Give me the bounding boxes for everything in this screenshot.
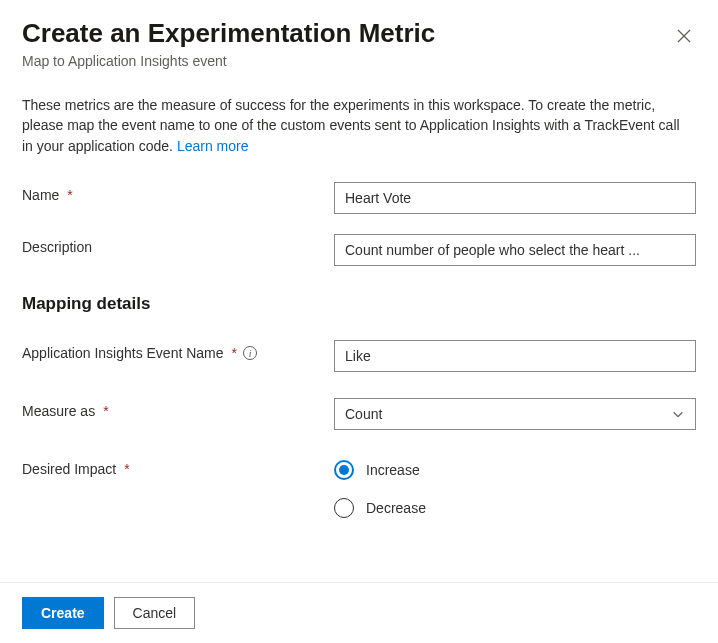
radio-decrease-label: Decrease — [366, 500, 426, 516]
desired-impact-label: Desired Impact* — [22, 456, 322, 477]
name-input[interactable] — [334, 182, 696, 214]
close-button[interactable] — [672, 24, 696, 48]
measure-as-select[interactable]: Count — [334, 398, 696, 430]
measure-as-label: Measure as* — [22, 398, 322, 419]
info-icon[interactable]: i — [243, 346, 257, 360]
radio-increase[interactable]: Increase — [334, 460, 696, 480]
chevron-down-icon — [671, 407, 685, 421]
help-text-body: These metrics are the measure of success… — [22, 97, 680, 154]
name-label: Name* — [22, 182, 322, 203]
page-title: Create an Experimentation Metric — [22, 18, 435, 49]
event-name-label: Application Insights Event Name* i — [22, 340, 322, 361]
event-name-input[interactable] — [334, 340, 696, 372]
description-label: Description — [22, 234, 322, 255]
mapping-details-heading: Mapping details — [22, 294, 696, 314]
footer-bar: Create Cancel — [0, 582, 718, 643]
close-icon — [676, 28, 692, 44]
radio-increase-label: Increase — [366, 462, 420, 478]
learn-more-link[interactable]: Learn more — [177, 138, 249, 154]
measure-as-value: Count — [345, 406, 382, 422]
radio-decrease[interactable]: Decrease — [334, 498, 696, 518]
help-text: These metrics are the measure of success… — [22, 95, 692, 156]
cancel-button[interactable]: Cancel — [114, 597, 196, 629]
page-subtitle: Map to Application Insights event — [22, 53, 696, 69]
radio-circle-icon — [334, 498, 354, 518]
create-button[interactable]: Create — [22, 597, 104, 629]
radio-circle-icon — [334, 460, 354, 480]
desired-impact-radiogroup: Increase Decrease — [334, 456, 696, 518]
description-input[interactable] — [334, 234, 696, 266]
